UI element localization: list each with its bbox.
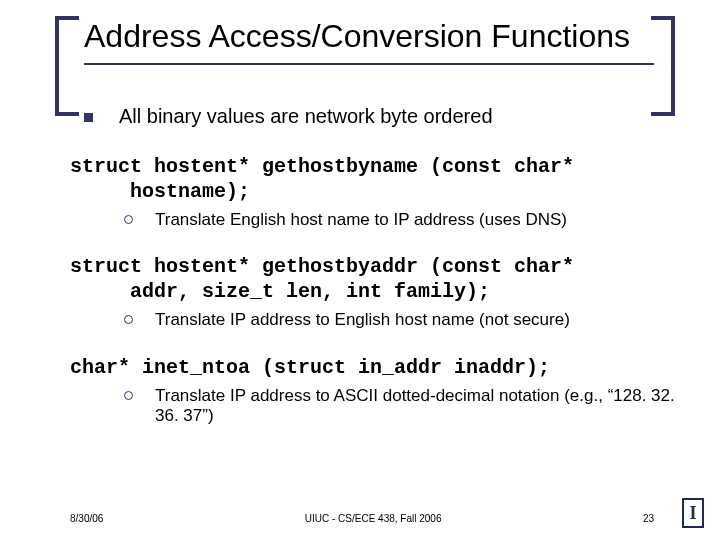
title-bracket-left [55, 16, 79, 116]
func2-code-line1: struct hostent* gethostbyaddr (const cha… [70, 254, 690, 279]
circle-bullet-icon [124, 315, 133, 324]
func3-desc-row: Translate IP address to ASCII dotted-dec… [124, 386, 690, 427]
circle-bullet-icon [124, 215, 133, 224]
title-bracket-right [651, 16, 675, 116]
uiuc-logo: I [682, 498, 704, 528]
func1-desc: Translate English host name to IP addres… [155, 210, 567, 230]
footer-date: 8/30/06 [70, 513, 103, 524]
func1-desc-row: Translate English host name to IP addres… [124, 210, 690, 230]
circle-bullet-icon [124, 391, 133, 400]
func2-desc-row: Translate IP address to English host nam… [124, 310, 690, 330]
func1-code-line2: hostname); [130, 179, 690, 204]
func2-code-line2: addr, size_t len, int family); [130, 279, 690, 304]
slide-footer: 8/30/06 UIUC - CS/ECE 438, Fall 2006 23 [70, 513, 690, 524]
footer-course: UIUC - CS/ECE 438, Fall 2006 [103, 513, 643, 524]
slide-content: All binary values are network byte order… [70, 105, 690, 427]
func1-code: struct hostent* gethostbyname (const cha… [70, 154, 690, 204]
square-bullet-icon [84, 113, 93, 122]
intro-text: All binary values are network byte order… [119, 105, 493, 128]
footer-page-number: 23 [643, 513, 654, 524]
func2-desc: Translate IP address to English host nam… [155, 310, 570, 330]
slide-title: Address Access/Conversion Functions [84, 18, 670, 55]
title-underline [84, 63, 654, 65]
uiuc-logo-letter: I [689, 503, 696, 524]
func3-code: char* inet_ntoa (struct in_addr inaddr); [70, 355, 690, 380]
func3-desc: Translate IP address to ASCII dotted-dec… [155, 386, 690, 427]
slide: Address Access/Conversion Functions All … [0, 0, 720, 540]
func3-code-line1: char* inet_ntoa (struct in_addr inaddr); [70, 355, 690, 380]
func1-code-line1: struct hostent* gethostbyname (const cha… [70, 154, 690, 179]
func2-code: struct hostent* gethostbyaddr (const cha… [70, 254, 690, 304]
intro-bullet: All binary values are network byte order… [84, 105, 690, 128]
